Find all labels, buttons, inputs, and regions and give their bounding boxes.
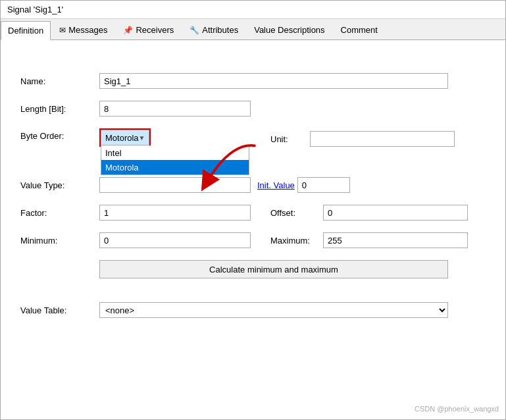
- length-input[interactable]: [99, 101, 251, 117]
- tab-comment[interactable]: Comment: [334, 20, 385, 39]
- tab-definition[interactable]: Definition: [1, 21, 51, 40]
- name-input[interactable]: [99, 73, 448, 89]
- tab-value-descriptions[interactable]: Value Descriptions: [247, 20, 332, 39]
- init-value-input[interactable]: [297, 177, 350, 193]
- offset-col: Offset:: [270, 205, 468, 221]
- byte-order-label: Byte Order:: [20, 128, 99, 141]
- attributes-icon: 🔧: [190, 26, 199, 35]
- window-title: Signal 'Sig1_1': [7, 5, 63, 14]
- byte-order-dropdown-list: Intel Motorola: [101, 145, 249, 175]
- value-table-row: Value Table: <none>: [20, 302, 486, 318]
- byte-order-selected-text: Motorola: [105, 133, 139, 143]
- tab-value-descriptions-label: Value Descriptions: [254, 25, 324, 35]
- value-type-input[interactable]: [99, 177, 251, 193]
- main-window: Signal 'Sig1_1' Definition ✉ Messages 📌 …: [0, 0, 506, 420]
- length-label: Length [Bit]:: [20, 104, 99, 114]
- dropdown-option-motorola[interactable]: Motorola: [101, 160, 249, 174]
- tab-receivers-label: Receivers: [136, 25, 174, 35]
- byte-order-container: Motorola ▼ Intel Motorola: [99, 128, 151, 147]
- factor-offset-row: Factor: Offset:: [20, 205, 486, 221]
- maximum-input[interactable]: [323, 232, 468, 248]
- dropdown-option-intel[interactable]: Intel: [101, 145, 249, 160]
- value-type-label: Value Type:: [20, 180, 99, 190]
- value-table-select[interactable]: <none>: [99, 302, 448, 318]
- init-value-link[interactable]: Init. Value: [257, 180, 295, 190]
- value-table-label: Value Table:: [20, 305, 99, 315]
- factor-label: Factor:: [20, 208, 99, 218]
- offset-label: Offset:: [270, 208, 323, 218]
- content-area: Name: Length [Bit]: Byte Order: Motorola…: [1, 40, 505, 419]
- tab-comment-label: Comment: [341, 25, 378, 35]
- factor-input[interactable]: [99, 205, 251, 221]
- tab-messages-label: Messages: [68, 25, 107, 35]
- receivers-icon: 📌: [123, 26, 133, 35]
- unit-row: Unit:: [270, 128, 455, 147]
- option-motorola-label: Motorola: [105, 163, 139, 172]
- calc-button-row: Calculate minimum and maximum: [20, 260, 486, 290]
- name-row: Name:: [20, 73, 486, 89]
- minimum-label: Minimum:: [20, 236, 99, 246]
- maximum-col: Maximum:: [270, 232, 468, 248]
- calc-button[interactable]: Calculate minimum and maximum: [99, 260, 448, 278]
- unit-label: Unit:: [270, 134, 310, 144]
- dropdown-arrow-icon: ▼: [139, 134, 145, 142]
- tab-attributes-label: Attributes: [202, 25, 238, 35]
- factor-col: Factor:: [20, 205, 270, 221]
- messages-icon: ✉: [59, 26, 66, 35]
- minimum-col: Minimum:: [20, 232, 270, 248]
- minimum-input[interactable]: [99, 232, 251, 248]
- watermark: CSDN @phoenix_wangxd: [415, 405, 499, 413]
- byte-order-highlight: Motorola ▼: [99, 128, 151, 147]
- tab-attributes[interactable]: 🔧 Attributes: [182, 20, 245, 39]
- name-label: Name:: [20, 76, 99, 86]
- maximum-label: Maximum:: [270, 236, 323, 246]
- tab-messages[interactable]: ✉ Messages: [52, 20, 114, 39]
- tab-receivers[interactable]: 📌 Receivers: [116, 20, 181, 39]
- length-row: Length [Bit]:: [20, 101, 486, 117]
- option-intel-label: Intel: [105, 148, 122, 158]
- min-max-row: Minimum: Maximum:: [20, 232, 486, 248]
- title-bar: Signal 'Sig1_1': [1, 1, 505, 19]
- offset-input[interactable]: [323, 205, 468, 221]
- unit-input[interactable]: [310, 131, 455, 147]
- byte-order-dropdown[interactable]: Motorola ▼: [101, 130, 149, 145]
- tab-definition-label: Definition: [8, 26, 43, 36]
- value-type-row: Value Type: Init. Value: [20, 177, 486, 193]
- tab-bar: Definition ✉ Messages 📌 Receivers 🔧 Attr…: [1, 19, 505, 40]
